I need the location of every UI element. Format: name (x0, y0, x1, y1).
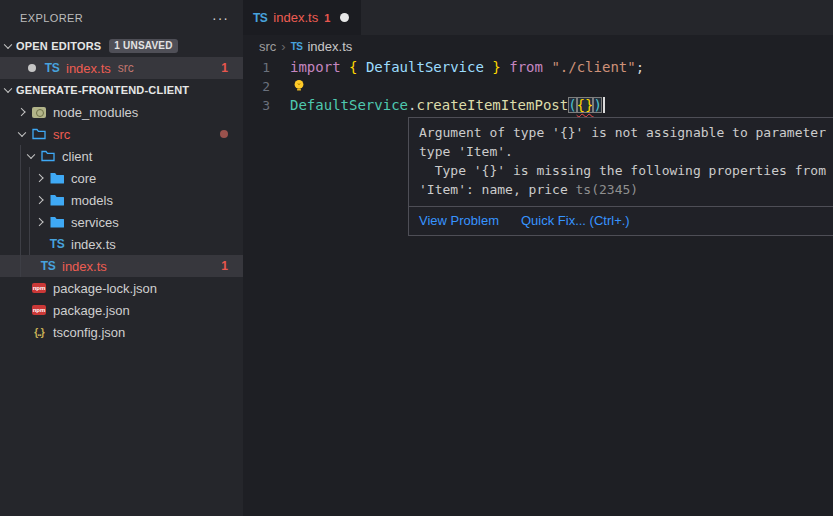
tree-item-label: client (62, 149, 92, 164)
breadcrumb-item-src[interactable]: src (259, 39, 276, 54)
unsaved-dot-icon[interactable] (340, 13, 349, 22)
tree-item-node-modules[interactable]: node_modules (0, 101, 243, 123)
npm-logo: npm (32, 283, 47, 293)
lightbulb-icon[interactable] (293, 80, 305, 96)
explorer-sidebar: EXPLORER ··· OPEN EDITORS 1 UNSAVED TSin… (0, 0, 243, 516)
tree-item-tsconfig-json[interactable]: {..}tsconfig.json (0, 321, 243, 343)
no-chevron (14, 299, 30, 321)
chevron-right-icon[interactable] (32, 211, 48, 233)
tree-item-package-json[interactable]: npmpackage.json (0, 299, 243, 321)
editor-area: TS index.ts 1 src › TS index.ts 1import … (243, 0, 833, 516)
code-line: 3DefaultService.createItemItemPost({}) (243, 96, 833, 115)
tree-item-index-ts[interactable]: TSindex.ts1 (0, 255, 243, 277)
chevron-right-icon[interactable] (32, 189, 48, 211)
explorer-more-actions-icon[interactable]: ··· (212, 13, 229, 23)
modified-dot-icon[interactable] (28, 64, 36, 72)
project-root-label: GENERATE-FRONTEND-CLIENT (16, 84, 189, 96)
tree-item-core[interactable]: core (0, 167, 243, 189)
code-line: 2 (243, 77, 833, 96)
open-editor-label: index.ts (66, 61, 111, 76)
code-token: {} (577, 97, 594, 113)
typescript-file-icon: TS (291, 41, 303, 52)
tree-item-label: index.ts (62, 259, 107, 274)
tooltip-actions: View ProblemQuick Fix... (Ctrl+.) (409, 206, 833, 235)
node-modules-icon (30, 101, 48, 123)
chevron-down-icon[interactable] (14, 123, 30, 145)
code-token: import (290, 59, 341, 75)
line-number: 1 (243, 58, 290, 77)
code-token (341, 59, 349, 75)
code-token: createItemItemPost (416, 97, 568, 113)
folder-open-icon (30, 123, 48, 145)
chevron-right-icon[interactable] (14, 101, 30, 123)
error-message: Argument of type '{}' is not assignable … (409, 118, 833, 206)
tree-item-label: tsconfig.json (53, 325, 125, 340)
tree-item-label: package.json (53, 303, 130, 318)
braces-glyph: {..} (34, 327, 43, 338)
error-message-line: Type '{}' is missing the following prope… (419, 161, 833, 180)
tree-item-src[interactable]: src (0, 123, 243, 145)
no-chevron (32, 233, 48, 255)
error-hover-tooltip: Argument of type '{}' is not assignable … (408, 117, 833, 236)
code-token: DefaultService (366, 59, 484, 75)
text-cursor (603, 97, 605, 113)
tree-item-models[interactable]: models (0, 189, 243, 211)
tree-item-index-ts[interactable]: TSindex.ts (0, 233, 243, 255)
breadcrumb: src › TS index.ts (243, 35, 833, 57)
tree-item-label: package-lock.json (53, 281, 157, 296)
tree-item-label: models (71, 193, 113, 208)
breadcrumb-separator-icon: › (281, 39, 285, 54)
json-config-icon: {..} (30, 321, 48, 343)
chevron-down-icon[interactable] (23, 145, 39, 167)
explorer-title: EXPLORER (20, 12, 83, 24)
typescript-letters: TS (41, 259, 55, 273)
unsaved-badge: 1 UNSAVED (109, 39, 177, 53)
code-token: DefaultService (290, 97, 408, 113)
error-count-badge: 1 (221, 259, 228, 273)
tree-item-label: core (71, 171, 96, 186)
error-message-line: 'Item': name, price ts(2345) (419, 180, 833, 199)
tooltip-action-view[interactable]: View Problem (419, 213, 499, 228)
node-modules-glyph (32, 107, 46, 118)
typescript-letters: TS (50, 237, 64, 251)
error-count-badge: 1 (221, 61, 228, 75)
open-editor-description: src (118, 61, 134, 75)
vscode-window: { "colors": { "sidebar_bg": "#25262b", "… (0, 0, 833, 516)
ts-icon: TS (48, 233, 66, 255)
error-message-line: Argument of type '{}' is not assignable … (419, 123, 833, 142)
breadcrumb-item-file[interactable]: index.ts (307, 39, 352, 54)
open-editors-header[interactable]: OPEN EDITORS 1 UNSAVED (0, 35, 243, 57)
code-token: } (492, 59, 500, 75)
folder-open-icon (39, 145, 57, 167)
tree-item-package-lock-json[interactable]: npmpackage-lock.json (0, 277, 243, 299)
code-token: from (509, 59, 543, 75)
ts-icon: TS (43, 57, 61, 79)
chevron-right-icon[interactable] (32, 167, 48, 189)
error-dot-icon (220, 130, 228, 138)
chevron-down-icon (0, 35, 16, 57)
tab-error-count: 1 (324, 12, 330, 24)
tree-item-label: index.ts (71, 237, 116, 252)
tab-index-ts[interactable]: TS index.ts 1 (243, 0, 361, 35)
no-chevron (23, 255, 39, 277)
tab-bar: TS index.ts 1 (243, 0, 833, 35)
code-token: "./client" (551, 59, 635, 75)
folder-icon (48, 211, 66, 233)
chevron-down-icon (0, 79, 16, 101)
open-editors-label: OPEN EDITORS (16, 40, 101, 52)
line-number: 2 (243, 77, 290, 96)
open-editor-item-index.ts[interactable]: TSindex.tssrc1 (0, 57, 243, 79)
tree-item-services[interactable]: services (0, 211, 243, 233)
tooltip-action-quick[interactable]: Quick Fix... (Ctrl+.) (521, 213, 630, 228)
folder-icon (48, 167, 66, 189)
project-root-header[interactable]: GENERATE-FRONTEND-CLIENT (0, 79, 243, 101)
tree-item-client[interactable]: client (0, 145, 243, 167)
code-line: 1import { DefaultService } from "./clien… (243, 58, 833, 77)
tab-label: index.ts (273, 10, 318, 25)
tree-item-label: services (71, 215, 119, 230)
no-chevron (14, 321, 30, 343)
npm-icon: npm (30, 277, 48, 299)
code-token: ) (593, 97, 601, 113)
line-number: 3 (243, 96, 290, 115)
code-editor[interactable]: 1import { DefaultService } from "./clien… (243, 58, 833, 115)
